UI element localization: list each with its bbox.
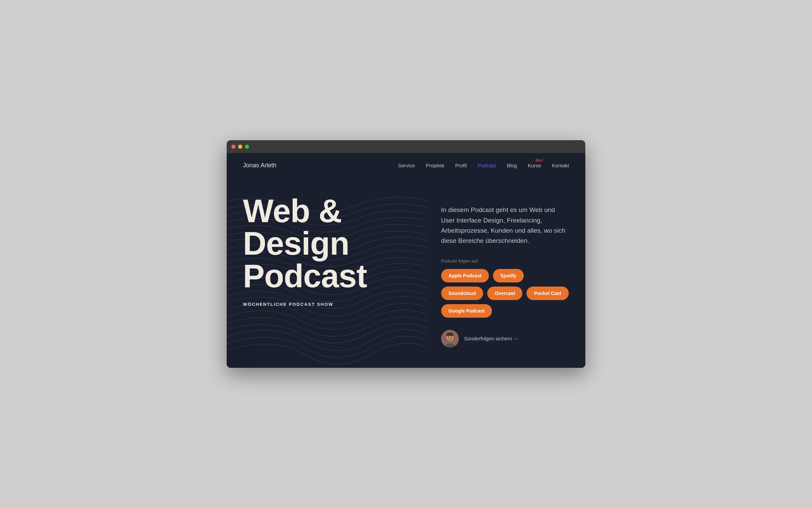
site-logo[interactable]: Jonas Arleth — [243, 162, 276, 169]
minimize-button[interactable] — [238, 145, 242, 149]
nav-kurse[interactable]: Kurse — [528, 163, 541, 168]
nav-service[interactable]: Service — [398, 163, 415, 168]
svg-point-6 — [451, 336, 452, 337]
svg-rect-3 — [447, 334, 453, 336]
neu-badge: Neu! — [536, 158, 543, 162]
nav-links: Service Projekte Profil Podcast Blog Kur… — [398, 163, 569, 168]
podcast-buttons: Apple Podcast Spotify Soundcloud Overcas… — [441, 269, 569, 318]
google-podcast-button[interactable]: Google Podcast — [441, 304, 492, 318]
nav-podcast[interactable]: Podcast — [478, 163, 496, 168]
pocket-cast-button[interactable]: Pocket Cast — [526, 287, 568, 300]
hero-right: In diesem Podcast geht es um Web und Use… — [428, 178, 585, 368]
spotify-button[interactable]: Spotify — [493, 269, 524, 282]
svg-point-5 — [448, 336, 449, 337]
maximize-button[interactable] — [245, 145, 249, 149]
nav-kontakt[interactable]: Kontakt — [552, 163, 569, 168]
nav-kurse-wrap: Kurse Neu! — [528, 163, 541, 168]
overcast-button[interactable]: Overcast — [487, 287, 522, 300]
nav-profil[interactable]: Profil — [455, 163, 467, 168]
sonder-link[interactable]: Sonderfolgen sichern → — [464, 336, 519, 341]
nav-projekte[interactable]: Projekte — [426, 163, 444, 168]
profile-row: Sonderfolgen sichern → — [441, 330, 569, 347]
soundcloud-button[interactable]: Soundcloud — [441, 287, 483, 300]
navigation: Jonas Arleth Service Projekte Profil Pod… — [227, 153, 585, 178]
podcast-description: In diesem Podcast geht es um Web und Use… — [441, 205, 569, 246]
avatar-svg — [441, 330, 459, 347]
browser-chrome — [227, 140, 585, 153]
nav-blog[interactable]: Blog — [507, 163, 517, 168]
hero-left: .wave-line { fill: none; stroke: #6a7aaa… — [227, 178, 428, 368]
apple-podcast-button[interactable]: Apple Podcast — [441, 269, 489, 282]
close-button[interactable] — [231, 145, 235, 149]
browser-window: Jonas Arleth Service Projekte Profil Pod… — [227, 140, 585, 368]
hero-title: Web & Design Podcast — [243, 195, 428, 292]
avatar — [441, 330, 459, 347]
follow-label: Podcast folgen auf: — [441, 258, 569, 263]
main-content: .wave-line { fill: none; stroke: #6a7aaa… — [227, 178, 585, 368]
hero-subtitle: Wöchentliche Podcast Show — [243, 302, 428, 307]
website: Jonas Arleth Service Projekte Profil Pod… — [227, 153, 585, 368]
